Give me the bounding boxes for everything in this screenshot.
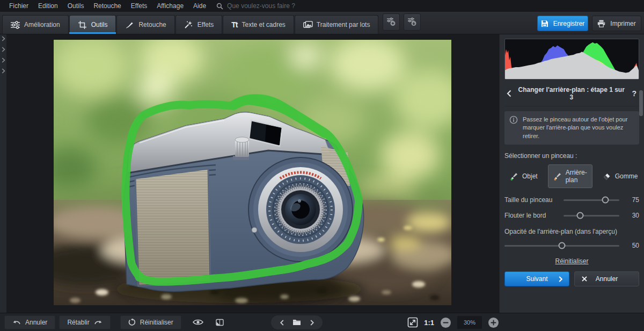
search-placeholder: Que voulez-vous faire ? <box>227 2 295 10</box>
panel-scrollbar[interactable] <box>639 90 643 116</box>
app-window: Fichier Edition Outils Retouche Effets A… <box>0 0 644 331</box>
close-icon <box>582 276 587 282</box>
menu-affichage[interactable]: Affichage <box>152 0 188 12</box>
zoom-in-button[interactable] <box>488 317 499 328</box>
slider-brush-size: Taille du pinceau 75 <box>504 196 639 204</box>
bg-opacity-slider[interactable] <box>504 245 619 247</box>
adjustments-export-button[interactable] <box>404 13 421 31</box>
tool-panel: Changer l'arrière-plan : étape 1 sur 3 ?… <box>499 34 644 313</box>
search-box[interactable]: Que voulez-vous faire ? <box>216 2 295 10</box>
menu-aide[interactable]: Aide <box>188 0 211 12</box>
save-label: Enregistrer <box>553 20 585 27</box>
info-icon <box>509 116 518 140</box>
histogram <box>504 39 639 80</box>
slider-thumb[interactable] <box>559 242 566 249</box>
brush-section-label: Sélectionner un pinceau : <box>504 152 639 160</box>
tab-label: Texte et cadres <box>241 21 285 28</box>
previous-image-button[interactable] <box>280 320 284 326</box>
cancel-label: Annuler <box>596 275 618 283</box>
next-label: Suivant <box>526 275 547 283</box>
back-button[interactable] <box>506 90 513 97</box>
redo-label: Rétablir <box>67 319 89 326</box>
menu-outils[interactable]: Outils <box>63 0 89 12</box>
next-image-button[interactable] <box>310 320 314 326</box>
folder-icon[interactable] <box>292 319 301 326</box>
cancel-button[interactable]: Annuler <box>574 271 639 286</box>
expand-chevron-icon[interactable] <box>2 57 5 63</box>
chevron-right-icon <box>559 276 562 282</box>
before-after-button[interactable] <box>211 315 228 329</box>
slider-thumb[interactable] <box>577 212 584 219</box>
photo-canvas[interactable] <box>54 40 451 305</box>
brush-background-button[interactable]: Arrière-plan <box>548 164 592 188</box>
sliders-icon <box>11 20 20 30</box>
slider-label: Flouter le bord <box>504 212 558 219</box>
expand-chevron-icon[interactable] <box>2 36 5 41</box>
brush-row: Objet Arrière-plan Gomme <box>504 164 639 188</box>
crop-icon <box>78 20 87 30</box>
brush-object-icon <box>510 172 518 181</box>
help-button[interactable]: ? <box>630 89 638 98</box>
canvas-area <box>6 34 499 313</box>
panel-actions: Suivant Annuler <box>504 271 639 286</box>
expand-chevron-icon[interactable] <box>2 68 5 74</box>
reset-sliders-link[interactable]: Réinitialiser <box>504 257 639 265</box>
edge-blur-slider[interactable] <box>564 215 619 217</box>
slider-thumb[interactable] <box>602 197 609 204</box>
slider-value: 75 <box>625 196 639 204</box>
brush-background-icon <box>553 172 562 181</box>
slider-bg-opacity: 50 <box>504 242 639 249</box>
brush-size-slider[interactable] <box>564 199 619 201</box>
panel-title: Changer l'arrière-plan : étape 1 sur 3 <box>516 86 627 101</box>
tab-label: Outils <box>91 21 108 28</box>
redo-button[interactable]: Rétablir <box>59 315 110 329</box>
save-button[interactable]: Enregistrer <box>537 16 588 31</box>
redo-icon <box>94 320 103 325</box>
search-icon <box>216 3 223 10</box>
menu-fichier[interactable]: Fichier <box>4 0 33 12</box>
menu-effets[interactable]: Effets <box>126 0 152 12</box>
reset-label: Réinitialiser <box>140 319 173 326</box>
tab-texte-cadres[interactable]: Tt Texte et cadres <box>223 15 294 34</box>
panel-header: Changer l'arrière-plan : étape 1 sur 3 ? <box>504 84 639 106</box>
tab-amelioration[interactable]: Amélioration <box>2 15 69 34</box>
info-box: Passez le pinceau autour de l'objet pour… <box>504 111 639 145</box>
show-original-button[interactable] <box>188 315 208 329</box>
brush-label: Arrière-plan <box>566 169 587 184</box>
tab-retouche[interactable]: Retouche <box>116 15 174 34</box>
menu-retouche[interactable]: Retouche <box>89 0 126 12</box>
tab-label: Effets <box>197 21 214 28</box>
reset-button[interactable]: Réinitialiser <box>120 315 181 329</box>
fit-to-screen-button[interactable] <box>407 317 418 328</box>
brush-label: Gomme <box>615 172 638 180</box>
collapse-strip <box>0 34 6 313</box>
next-button[interactable]: Suivant <box>504 271 569 286</box>
expand-chevron-icon[interactable] <box>2 47 5 52</box>
menu-edition[interactable]: Edition <box>33 0 63 12</box>
print-button[interactable]: Imprimer <box>592 16 641 31</box>
undo-button[interactable]: Annuler <box>4 315 55 329</box>
adjustments-add-button[interactable] <box>383 13 400 31</box>
zoom-level-value[interactable]: 30% <box>457 316 482 329</box>
slider-value: 30 <box>625 212 639 219</box>
print-icon <box>597 20 605 27</box>
tab-label: Retouche <box>138 21 166 28</box>
brush-object-button[interactable]: Objet <box>504 168 543 185</box>
text-frames-icon: Tt <box>231 20 237 29</box>
undo-icon <box>12 320 20 325</box>
tabbar: Amélioration Outils Retouche Effets Tt T… <box>0 12 644 34</box>
brush-icon <box>125 20 134 30</box>
brush-label: Objet <box>522 172 538 180</box>
tab-label: Traitement par lots <box>317 21 370 28</box>
batch-icon <box>303 20 312 30</box>
actual-size-button[interactable]: 1:1 <box>424 319 434 327</box>
brush-eraser-button[interactable]: Gomme <box>597 168 643 185</box>
tab-effets[interactable]: Effets <box>175 15 222 34</box>
info-text: Passez le pinceau autour de l'objet pour… <box>523 116 634 140</box>
tab-outils[interactable]: Outils <box>69 15 116 34</box>
slider-edge-blur: Flouter le bord 30 <box>504 212 639 219</box>
tab-label: Amélioration <box>24 21 60 28</box>
zoom-cluster: 1:1 30% <box>407 315 499 329</box>
zoom-out-button[interactable] <box>440 317 451 328</box>
tab-traitement-par-lots[interactable]: Traitement par lots <box>295 15 379 34</box>
